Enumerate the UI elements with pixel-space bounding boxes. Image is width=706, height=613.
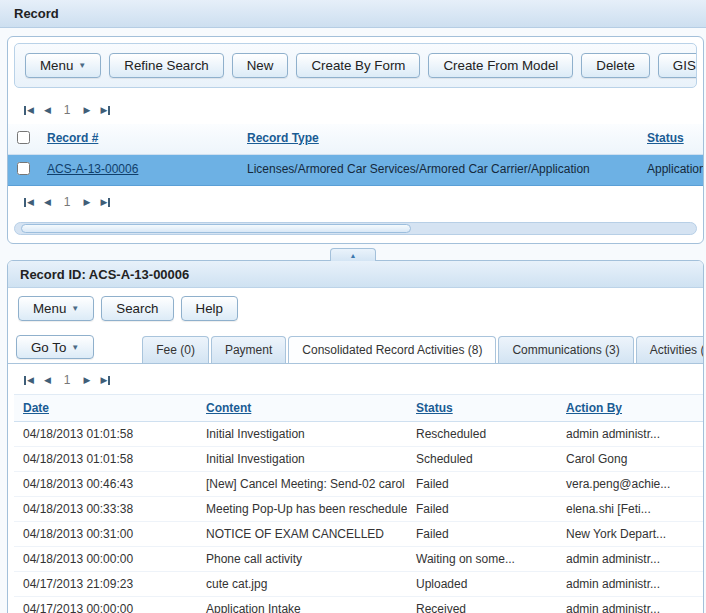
new-button[interactable]: New <box>232 53 289 78</box>
detail-menu-button[interactable]: Menu ▼ <box>18 296 94 321</box>
activity-cell: 04/18/2013 00:31:00 <box>14 522 197 547</box>
delete-button[interactable]: Delete <box>581 53 650 78</box>
activity-cell: admin administr... <box>557 547 704 572</box>
chevron-down-icon: ▼ <box>71 304 79 313</box>
list-pager-top: ◀ ◀ 1 ▶ ▶ <box>8 94 703 124</box>
menu-button[interactable]: Menu ▼ <box>25 53 101 78</box>
activities-table: DateContentStatusAction By 04/18/2013 01… <box>14 394 704 613</box>
tabs: Fee (0)PaymentConsolidated Record Activi… <box>142 336 703 363</box>
record-row-checkbox[interactable] <box>17 162 30 175</box>
activity-cell: Rescheduled <box>407 422 557 447</box>
scrollbar-thumb[interactable] <box>21 224 411 233</box>
activities-column-header-content[interactable]: Content <box>197 395 407 422</box>
activity-cell: New York Depart... <box>557 522 704 547</box>
first-page-icon: ◀ <box>27 105 34 115</box>
activity-cell: Failed <box>407 472 557 497</box>
record-type-column-header[interactable]: Record Type <box>238 124 638 155</box>
chevron-down-icon: ▼ <box>78 61 86 70</box>
activity-row: 04/18/2013 01:01:58Initial Investigation… <box>14 447 704 472</box>
next-page-icon: ▶ <box>84 197 91 207</box>
prev-page-icon: ◀ <box>44 197 51 207</box>
activity-cell: 04/18/2013 01:01:58 <box>14 422 197 447</box>
last-page-icon: ▶ <box>100 197 107 207</box>
last-page-icon: ▶ <box>100 105 107 115</box>
activities-column-header-action-by[interactable]: Action By <box>557 395 704 422</box>
page-title: Record <box>0 0 706 28</box>
pager-first-button[interactable]: ◀ <box>24 105 34 115</box>
pager-last-button[interactable]: ▶ <box>100 375 110 385</box>
tab-communications-3[interactable]: Communications (3) <box>498 336 633 363</box>
record-type-header-label: Record Type <box>247 131 319 145</box>
tab-payment[interactable]: Payment <box>211 336 286 363</box>
pager-next-button[interactable]: ▶ <box>84 197 91 207</box>
collapse-panel-button[interactable]: ▲ <box>330 248 376 261</box>
activity-row: 04/17/2013 21:09:23cute cat.jpgUploadeda… <box>14 572 704 597</box>
activity-cell: Phone call activity <box>197 547 407 572</box>
detail-tabs-bar: Go To ▼ Fee (0)PaymentConsolidated Recor… <box>8 327 703 364</box>
activities-column-header-label: Status <box>416 401 453 415</box>
pager-next-button[interactable]: ▶ <box>84 105 91 115</box>
record-row[interactable]: ACS-A-13-00006 Licenses/Armored Car Serv… <box>8 155 704 186</box>
record-number-column-header[interactable]: Record # <box>38 124 238 155</box>
pager-prev-button[interactable]: ◀ <box>44 105 51 115</box>
activity-cell: NOTICE OF EXAM CANCELLED <box>197 522 407 547</box>
activities-column-header-date[interactable]: Date <box>14 395 197 422</box>
pager-last-button[interactable]: ▶ <box>100 197 110 207</box>
records-header-row: Record # Record Type Status <box>8 124 704 155</box>
pager-prev-button[interactable]: ◀ <box>44 197 51 207</box>
next-page-icon: ▶ <box>84 375 91 385</box>
activity-cell: vera.peng@achie... <box>557 472 704 497</box>
horizontal-scrollbar[interactable] <box>14 222 697 235</box>
activities-column-header-label: Content <box>206 401 251 415</box>
activity-cell: Carol Gong <box>557 447 704 472</box>
activities-table-body: 04/18/2013 01:01:58Initial Investigation… <box>14 422 704 613</box>
tab-fee-0[interactable]: Fee (0) <box>142 336 209 363</box>
chevron-up-icon: ▲ <box>350 252 357 259</box>
activity-cell: 04/17/2013 00:00:00 <box>14 597 197 613</box>
next-page-icon: ▶ <box>84 105 91 115</box>
first-page-icon: ◀ <box>27 375 34 385</box>
activities-column-header-label: Date <box>23 401 49 415</box>
menu-button-label: Menu <box>40 58 73 73</box>
pager-prev-button[interactable]: ◀ <box>44 375 51 385</box>
prev-page-icon: ◀ <box>44 105 51 115</box>
tab-consolidated-record-activities-8[interactable]: Consolidated Record Activities (8) <box>288 336 496 363</box>
tab-activities-1[interactable]: Activities (1) <box>636 336 703 363</box>
help-button[interactable]: Help <box>181 296 238 321</box>
records-table: Record # Record Type Status ACS-A-13-000… <box>8 124 704 186</box>
activity-row: 04/18/2013 01:01:58Initial Investigation… <box>14 422 704 447</box>
activity-cell: Failed <box>407 522 557 547</box>
activity-cell: 04/18/2013 01:01:58 <box>14 447 197 472</box>
record-detail-panel: Record ID: ACS-A-13-00006 Menu ▼ Search … <box>7 260 704 613</box>
activity-cell: Application Intake <box>197 597 407 613</box>
gis-button[interactable]: GIS <box>658 53 697 78</box>
status-column-header[interactable]: Status <box>638 124 704 155</box>
pager-first-button[interactable]: ◀ <box>24 375 34 385</box>
activity-cell: Uploaded <box>407 572 557 597</box>
pager-first-button[interactable]: ◀ <box>24 197 34 207</box>
record-number-link[interactable]: ACS-A-13-00006 <box>47 162 138 176</box>
activity-cell: Initial Investigation <box>197 422 407 447</box>
record-list-panel: Menu ▼ Refine Search New Create By Form … <box>7 36 704 244</box>
pager-next-button[interactable]: ▶ <box>84 375 91 385</box>
activity-cell: 04/17/2013 21:09:23 <box>14 572 197 597</box>
create-by-form-button[interactable]: Create By Form <box>296 53 420 78</box>
pager-last-button[interactable]: ▶ <box>100 105 110 115</box>
activity-cell: Failed <box>407 497 557 522</box>
record-type-cell: Licenses/Armored Car Services/Armored Ca… <box>238 155 638 186</box>
select-all-checkbox[interactable] <box>17 131 30 144</box>
activity-row: 04/17/2013 00:00:00Application IntakeRec… <box>14 597 704 613</box>
last-page-icon: ▶ <box>100 375 107 385</box>
pager-page-number: 1 <box>61 103 74 117</box>
record-detail-title: Record ID: ACS-A-13-00006 <box>8 261 703 288</box>
activity-cell: 04/18/2013 00:33:38 <box>14 497 197 522</box>
go-to-button[interactable]: Go To ▼ <box>16 335 94 359</box>
activities-column-header-status[interactable]: Status <box>407 395 557 422</box>
chevron-down-icon: ▼ <box>71 343 79 352</box>
activity-cell: admin administr... <box>557 597 704 613</box>
refine-search-button[interactable]: Refine Search <box>109 53 223 78</box>
activity-cell: 04/18/2013 00:00:00 <box>14 547 197 572</box>
create-from-model-button[interactable]: Create From Model <box>428 53 573 78</box>
search-button[interactable]: Search <box>101 296 173 321</box>
detail-menu-button-label: Menu <box>33 301 66 316</box>
